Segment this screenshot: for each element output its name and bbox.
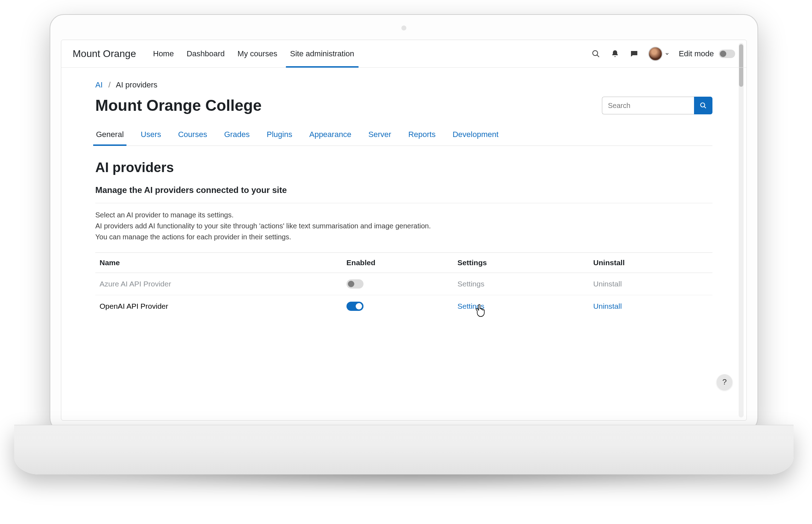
section-subtitle: Manage the AI providers connected to you… <box>95 185 712 195</box>
svg-point-2 <box>701 103 705 107</box>
table-row: Azure AI API Provider Settings Uninstall <box>95 273 712 295</box>
bell-icon[interactable] <box>610 49 620 59</box>
help-icon: ? <box>722 377 727 387</box>
breadcrumb: AI / AI providers <box>95 80 712 90</box>
edit-mode-label: Edit mode <box>679 49 714 58</box>
section-title: AI providers <box>95 160 712 175</box>
help-button[interactable]: ? <box>717 374 732 390</box>
provider-enable-toggle[interactable] <box>346 302 363 311</box>
nav-mycourses[interactable]: My courses <box>237 40 277 67</box>
th-name: Name <box>95 253 342 273</box>
tab-courses[interactable]: Courses <box>177 126 208 146</box>
page-content: AI / AI providers Mount Orange College G… <box>61 68 746 317</box>
laptop-base <box>14 425 794 474</box>
th-settings: Settings <box>453 253 589 273</box>
provider-settings-link[interactable]: Settings <box>453 273 589 295</box>
breadcrumb-separator: / <box>108 80 111 89</box>
breadcrumb-leaf: AI providers <box>116 80 157 89</box>
top-navbar: Mount Orange Home Dashboard My courses S… <box>61 40 746 68</box>
provider-uninstall-link[interactable]: Uninstall <box>589 273 712 295</box>
tab-reports[interactable]: Reports <box>407 126 436 146</box>
providers-table: Name Enabled Settings Uninstall Azure AI… <box>95 252 712 317</box>
provider-enable-toggle[interactable] <box>346 279 363 289</box>
provider-name: OpenAI API Provider <box>95 295 342 318</box>
nav-dashboard[interactable]: Dashboard <box>187 40 225 67</box>
chevron-down-icon <box>665 51 670 56</box>
laptop-mockup: Mount Orange Home Dashboard My courses S… <box>50 14 758 474</box>
edit-mode-toggle[interactable] <box>719 50 735 58</box>
avatar <box>648 47 662 61</box>
tab-development[interactable]: Development <box>452 126 499 146</box>
divider <box>95 203 712 203</box>
search-icon <box>700 102 707 109</box>
admin-search-input[interactable] <box>602 97 694 114</box>
camera-dot <box>401 25 406 30</box>
tab-users[interactable]: Users <box>140 126 162 146</box>
user-menu[interactable] <box>648 47 670 61</box>
desc-line-2: AI providers add AI functionality to you… <box>95 221 712 232</box>
browser-viewport: Mount Orange Home Dashboard My courses S… <box>61 40 747 421</box>
search-icon[interactable] <box>591 49 601 59</box>
svg-line-1 <box>597 55 599 57</box>
brand-title[interactable]: Mount Orange <box>73 48 136 59</box>
scrollbar[interactable] <box>739 43 744 417</box>
th-uninstall: Uninstall <box>589 253 712 273</box>
tab-plugins[interactable]: Plugins <box>266 126 293 146</box>
th-enabled: Enabled <box>342 253 453 273</box>
nav-home[interactable]: Home <box>153 40 174 67</box>
desc-line-1: Select an AI provider to manage its sett… <box>95 210 712 221</box>
breadcrumb-root[interactable]: AI <box>95 80 103 89</box>
edit-mode-section: Edit mode <box>679 49 735 58</box>
provider-name: Azure AI API Provider <box>95 273 342 295</box>
provider-uninstall-link[interactable]: Uninstall <box>589 295 712 318</box>
tab-general[interactable]: General <box>95 126 124 146</box>
section-description: Select an AI provider to manage its sett… <box>95 210 712 243</box>
tab-appearance[interactable]: Appearance <box>309 126 352 146</box>
admin-search <box>602 97 712 114</box>
admin-search-button[interactable] <box>694 97 712 114</box>
svg-line-3 <box>704 107 706 108</box>
nav-site-administration[interactable]: Site administration <box>290 40 354 67</box>
laptop-bezel: Mount Orange Home Dashboard My courses S… <box>50 14 758 432</box>
table-row: OpenAI API Provider Settings Uninstall <box>95 295 712 318</box>
tab-grades[interactable]: Grades <box>224 126 250 146</box>
page-title: Mount Orange College <box>95 97 261 114</box>
tab-server[interactable]: Server <box>368 126 392 146</box>
svg-point-0 <box>593 51 598 56</box>
chat-icon[interactable] <box>629 49 639 59</box>
desc-line-3: You can manage the actions for each prov… <box>95 232 712 243</box>
admin-tabs: General Users Courses Grades Plugins App… <box>95 126 712 146</box>
provider-settings-link[interactable]: Settings <box>457 302 484 310</box>
